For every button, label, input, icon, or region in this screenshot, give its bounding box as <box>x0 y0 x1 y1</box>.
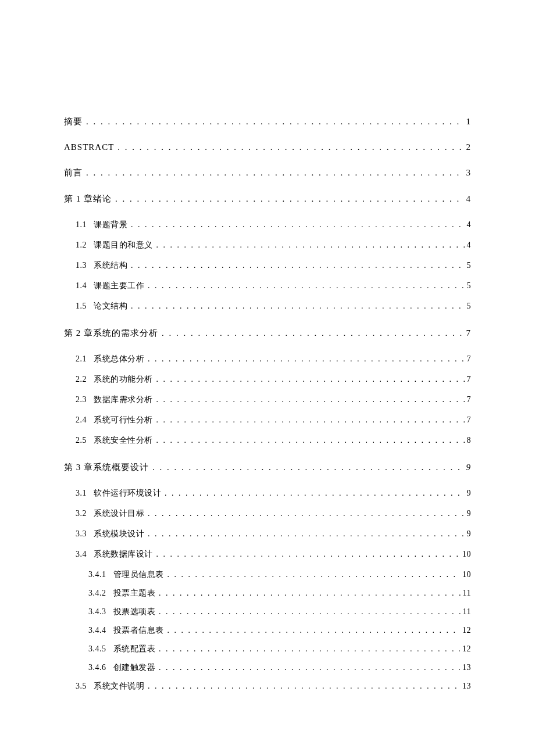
toc-page-number: 8 <box>467 436 472 445</box>
toc-leader-dots <box>156 395 465 404</box>
toc-leader-dots <box>165 489 465 498</box>
toc-title: 系统的功能分析 <box>94 374 153 385</box>
toc-page-number: 11 <box>463 607 471 617</box>
toc-page-number: 12 <box>462 644 471 654</box>
toc-title: 前言 <box>64 167 83 178</box>
toc-leader-dots <box>148 281 465 291</box>
toc-container: 摘要1ABSTRACT2前言3第 1 章绪论41.1课题背景41.2课题目的和意… <box>64 116 471 691</box>
toc-page-number: 9 <box>467 529 472 539</box>
toc-number: 3.4 <box>76 550 87 559</box>
toc-title: 系统结构 <box>94 260 127 271</box>
toc-title: 论文结构 <box>94 301 127 311</box>
toc-page-number: 3 <box>466 168 472 178</box>
toc-leader-dots <box>148 682 460 691</box>
toc-number: 3.2 <box>76 509 87 518</box>
toc-title: 第 3 章系统概要设计 <box>64 462 149 473</box>
toc-entry: 3.4.6创建触发器13 <box>64 662 471 673</box>
toc-number: 3.5 <box>76 682 87 691</box>
toc-title: 系统安全性分析 <box>94 435 153 446</box>
toc-leader-dots <box>156 415 465 425</box>
toc-title: 创建触发器 <box>113 662 156 673</box>
toc-page-number: 11 <box>463 589 471 598</box>
toc-entry: 2.2系统的功能分析7 <box>64 374 471 385</box>
toc-number: 3.3 <box>76 529 87 539</box>
toc-title: 课题主要工作 <box>94 281 144 291</box>
toc-leader-dots <box>156 550 461 559</box>
toc-title: 系统模块设计 <box>94 529 144 539</box>
toc-title: 课题背景 <box>94 220 127 230</box>
toc-number: 1.5 <box>76 302 87 311</box>
toc-title: 第 1 章绪论 <box>64 194 112 205</box>
toc-page-number: 4 <box>467 241 472 250</box>
toc-title: 系统总体分析 <box>94 354 144 364</box>
toc-entry: 3.4.3投票选项表11 <box>64 607 471 617</box>
toc-leader-dots <box>131 220 465 230</box>
toc-page-number: 7 <box>467 354 472 364</box>
toc-number: 2.5 <box>76 436 87 445</box>
toc-title: 系统文件说明 <box>94 681 144 691</box>
toc-page-number: 10 <box>462 550 471 559</box>
toc-entry: 3.1软件运行环境设计9 <box>64 488 471 499</box>
toc-page-number: 5 <box>467 261 472 270</box>
toc-entry: 1.2课题目的和意义4 <box>64 240 471 250</box>
toc-leader-dots <box>159 589 461 598</box>
toc-page-number: 9 <box>466 463 472 472</box>
toc-page-number: 5 <box>467 302 472 311</box>
toc-entry: 1.4课题主要工作5 <box>64 281 471 291</box>
toc-title: 第 2 章系统的需求分析 <box>64 328 158 339</box>
toc-entry: 3.5系统文件说明13 <box>64 681 471 691</box>
toc-entry: 1.1课题背景4 <box>64 220 471 230</box>
toc-page-number: 7 <box>467 415 472 425</box>
toc-title: 摘要 <box>64 116 83 127</box>
toc-title: 投票选项表 <box>113 607 156 617</box>
toc-title: 课题目的和意义 <box>94 240 153 250</box>
toc-leader-dots <box>148 509 465 518</box>
toc-page: 摘要1ABSTRACT2前言3第 1 章绪论41.1课题背景41.2课题目的和意… <box>0 0 535 756</box>
toc-leader-dots <box>148 529 465 539</box>
toc-number: 3.4.3 <box>88 607 106 617</box>
toc-leader-dots <box>152 463 464 472</box>
toc-page-number: 7 <box>466 328 472 338</box>
toc-number: 3.4.2 <box>88 589 106 598</box>
toc-leader-dots <box>117 142 463 152</box>
toc-title: ABSTRACT <box>64 142 114 152</box>
toc-entry: 3.4.4投票者信息表12 <box>64 625 471 636</box>
toc-entry: 1.5论文结构5 <box>64 301 471 311</box>
toc-number: 1.3 <box>76 261 87 270</box>
toc-entry: 2.3数据库需求分析7 <box>64 395 471 405</box>
toc-leader-dots <box>86 168 464 178</box>
toc-entry: 3.4.5系统配置表12 <box>64 644 471 654</box>
toc-page-number: 4 <box>467 220 472 230</box>
toc-title: 系统配置表 <box>113 644 156 654</box>
toc-leader-dots <box>131 302 465 311</box>
toc-leader-dots <box>86 117 464 127</box>
toc-title: 数据库需求分析 <box>94 395 153 405</box>
toc-leader-dots <box>159 607 461 617</box>
toc-number: 1.2 <box>76 241 87 250</box>
toc-page-number: 1 <box>466 117 472 127</box>
toc-page-number: 9 <box>467 489 472 498</box>
toc-entry: 2.4系统可行性分析7 <box>64 415 471 425</box>
toc-page-number: 5 <box>467 281 472 291</box>
toc-number: 2.1 <box>76 354 87 364</box>
toc-title: 系统可行性分析 <box>94 415 153 425</box>
toc-number: 3.4.4 <box>88 626 106 635</box>
toc-number: 1.4 <box>76 281 87 291</box>
toc-entry: 第 2 章系统的需求分析7 <box>64 328 471 339</box>
toc-title: 系统数据库设计 <box>94 549 153 560</box>
toc-leader-dots <box>148 354 465 364</box>
toc-entry: 3.4.2投票主题表11 <box>64 588 471 599</box>
toc-page-number: 12 <box>462 626 471 635</box>
toc-leader-dots <box>167 570 461 579</box>
toc-leader-dots <box>131 261 465 270</box>
toc-leader-dots <box>159 644 460 654</box>
toc-entry: 前言3 <box>64 167 471 178</box>
toc-entry: 3.3系统模块设计9 <box>64 529 471 539</box>
toc-entry: 3.2系统设计目标9 <box>64 508 471 519</box>
toc-title: 软件运行环境设计 <box>94 488 161 499</box>
toc-leader-dots <box>156 375 465 384</box>
toc-entry: 第 1 章绪论4 <box>64 194 471 205</box>
toc-title: 投票者信息表 <box>113 625 164 636</box>
toc-leader-dots <box>156 436 465 445</box>
toc-number: 3.4.1 <box>88 570 106 579</box>
